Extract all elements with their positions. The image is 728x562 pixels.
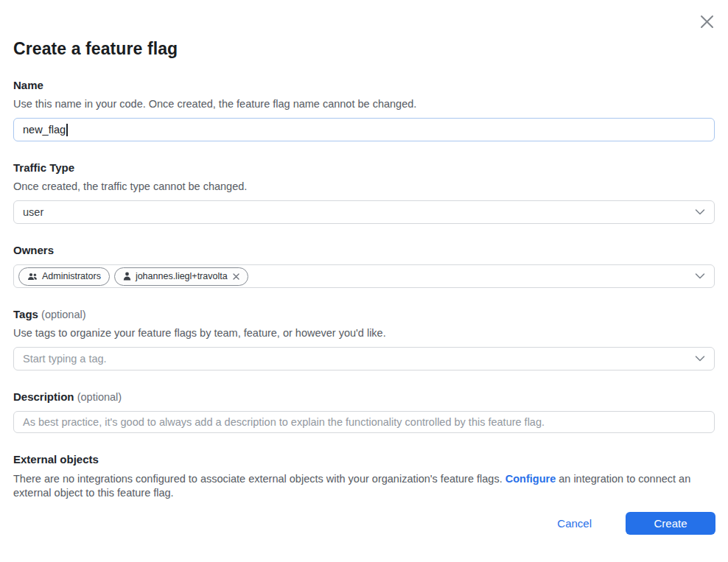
owner-chip-label: johannes.liegl+travolta [136, 271, 228, 281]
description-section: Description (optional) As best practice,… [13, 390, 715, 433]
tags-select[interactable]: Start typing a tag. [13, 347, 715, 370]
external-objects-text: There are no integrations configured to … [13, 472, 715, 499]
owner-chip-user[interactable]: johannes.liegl+travolta [114, 267, 248, 286]
create-feature-flag-modal: Create a feature flag Name Use this name… [0, 0, 728, 562]
modal-title: Create a feature flag [13, 0, 715, 59]
description-optional-label: (optional) [77, 391, 122, 403]
person-icon [123, 272, 131, 281]
close-icon [700, 15, 714, 29]
name-input[interactable]: new_flag [13, 118, 715, 141]
traffic-type-select[interactable]: user [13, 200, 715, 224]
cancel-button[interactable]: Cancel [557, 517, 592, 530]
owner-chip-label: Administrators [42, 271, 101, 281]
external-objects-section: External objects There are no integratio… [13, 453, 715, 499]
owners-section: Owners Administrators johannes.liegl+tr [13, 244, 715, 288]
description-label: Description (optional) [13, 390, 715, 404]
traffic-type-help: Once created, the traffic type cannot be… [13, 180, 715, 193]
tags-placeholder: Start typing a tag. [23, 353, 107, 365]
external-objects-label: External objects [13, 453, 715, 466]
owner-chip-administrators[interactable]: Administrators [18, 267, 110, 286]
text-caret [66, 124, 68, 136]
traffic-type-selected-value: user [23, 206, 43, 218]
group-icon [27, 273, 38, 281]
description-placeholder: As best practice, it's good to always ad… [23, 416, 545, 428]
chevron-down-icon [695, 209, 705, 216]
configure-link[interactable]: Configure [505, 473, 556, 485]
external-objects-text-before: There are no integrations configured to … [13, 473, 505, 485]
traffic-type-section: Traffic Type Once created, the traffic t… [13, 161, 715, 224]
modal-footer: Cancel Create [557, 512, 715, 535]
traffic-type-label: Traffic Type [13, 161, 715, 175]
name-section: Name Use this name in your code. Once cr… [13, 79, 715, 141]
name-input-value: new_flag [23, 124, 66, 136]
description-input[interactable]: As best practice, it's good to always ad… [13, 411, 715, 433]
tags-optional-label: (optional) [41, 309, 85, 320]
name-help: Use this name in your code. Once created… [13, 97, 715, 110]
create-button[interactable]: Create [626, 512, 715, 535]
remove-chip-icon[interactable] [233, 273, 239, 280]
owners-multiselect[interactable]: Administrators johannes.liegl+travolta [13, 264, 715, 288]
close-button[interactable] [698, 13, 715, 30]
chevron-down-icon [695, 273, 705, 280]
chevron-down-icon [695, 356, 705, 362]
tags-label: Tags (optional) [13, 308, 715, 321]
owners-label: Owners [13, 244, 715, 257]
tags-section: Tags (optional) Use tags to organize you… [13, 308, 715, 370]
tags-help: Use tags to organize your feature flags … [13, 326, 715, 340]
name-label: Name [13, 79, 715, 92]
